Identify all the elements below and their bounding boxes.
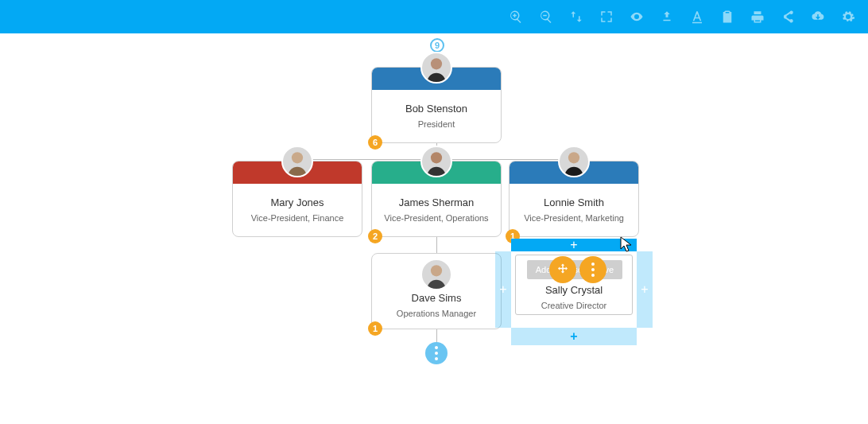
node-name: Dave Sims [372, 292, 501, 304]
plus-icon: + [570, 329, 577, 344]
swap-icon[interactable] [568, 9, 584, 25]
node-title: Vice-President, Marketing [510, 213, 638, 223]
node-name: Mary Jones [233, 196, 362, 208]
avatar [420, 52, 452, 84]
root-count-badge: 9 [430, 38, 444, 53]
print-icon[interactable] [750, 9, 765, 25]
svg-point-4 [431, 265, 442, 276]
plus-icon: + [499, 282, 506, 297]
org-chart-canvas[interactable]: 9 Bob Stenston President 6 Mary Jones Vi… [0, 33, 868, 424]
svg-point-3 [568, 152, 579, 163]
node-title: Creative Director [516, 301, 632, 310]
add-left-handle[interactable]: + [495, 251, 511, 328]
node-title: President [372, 119, 501, 129]
avatar [558, 146, 590, 177]
plus-icon: + [570, 238, 577, 252]
node-menu-button[interactable] [579, 256, 606, 283]
child-count-badge: 6 [368, 135, 382, 150]
node-name: James Sherman [372, 196, 501, 208]
plus-icon: + [641, 282, 648, 297]
text-style-icon[interactable] [689, 9, 705, 25]
avatar [420, 259, 452, 290]
child-count-badge: 1 [368, 321, 382, 336]
add-right-handle[interactable]: + [637, 251, 653, 328]
add-below-handle[interactable]: + [511, 328, 637, 345]
zoom-in-icon[interactable] [508, 9, 524, 25]
share-icon[interactable] [780, 9, 796, 25]
avatar [281, 146, 313, 177]
cloud-download-icon[interactable] [810, 9, 826, 25]
svg-point-1 [292, 152, 303, 163]
node-title: Vice-President, Operations [372, 213, 501, 223]
node-title: Operations Manager [372, 309, 501, 318]
node-vp-operations[interactable]: James Sherman Vice-President, Operations [371, 161, 502, 237]
fullscreen-icon[interactable] [599, 9, 614, 25]
toolbar [0, 0, 868, 33]
node-vp-marketing[interactable]: Lonnie Smith Vice-President, Marketing [509, 161, 639, 237]
add-above-handle[interactable]: + [511, 239, 637, 251]
svg-point-2 [431, 152, 442, 163]
node-name: Bob Stenston [372, 103, 501, 115]
node-vp-finance[interactable]: Mary Jones Vice-President, Finance [232, 161, 362, 237]
clipboard-icon[interactable] [719, 9, 735, 25]
child-count-badge: 2 [368, 229, 382, 243]
visibility-icon[interactable] [629, 9, 645, 25]
node-ops-manager[interactable]: Dave Sims Operations Manager [371, 253, 502, 329]
svg-point-0 [431, 58, 442, 69]
move-node-button[interactable] [549, 256, 576, 283]
avatar [420, 146, 452, 177]
expand-children-button[interactable] [425, 342, 448, 364]
cloud-upload-icon[interactable] [659, 9, 675, 25]
settings-icon[interactable] [840, 9, 856, 25]
node-president[interactable]: Bob Stenston President [371, 67, 502, 143]
node-name: Sally Crystal [516, 284, 632, 296]
node-title: Vice-President, Finance [233, 213, 362, 223]
zoom-out-icon[interactable] [538, 9, 554, 25]
node-name: Lonnie Smith [510, 196, 638, 208]
